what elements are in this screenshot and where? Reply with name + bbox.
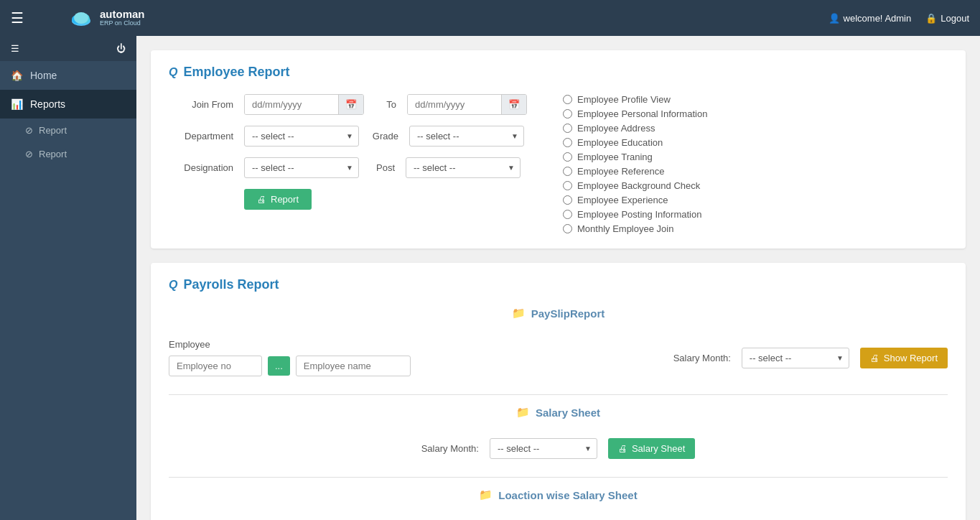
cloud-logo-icon <box>68 5 94 31</box>
employee-name-input[interactable] <box>296 356 411 376</box>
checkbox-personal-info: Employee Personal Information <box>563 108 707 119</box>
employee-search-inputs: ... <box>169 356 411 376</box>
designation-select[interactable]: -- select -- <box>244 157 359 178</box>
payrolls-report-title-text: Payrolls Report <box>183 277 279 292</box>
payslip-form-row: Employee ... Salary Month: -- select -- <box>169 339 948 376</box>
employee-label-row: Employee <box>169 339 411 350</box>
radio-profile-view[interactable] <box>563 95 572 104</box>
checkbox-profile-view: Employee Profile View <box>563 94 707 105</box>
checkbox-reference: Employee Reference <box>563 166 707 177</box>
to-input-group: 📅 <box>407 94 527 115</box>
join-from-label: Join From <box>169 99 233 110</box>
checkbox-address-label: Employee Address <box>577 123 655 134</box>
employee-search-icon: Q <box>169 66 177 79</box>
sidebar-power-icon[interactable]: ⏻ <box>116 43 126 54</box>
radio-personal-info[interactable] <box>563 109 572 119</box>
salary-sheet-print-icon: 🖨 <box>618 443 627 454</box>
hamburger-icon[interactable]: ☰ <box>11 9 24 27</box>
checkbox-experience: Employee Experience <box>563 195 707 205</box>
grade-select[interactable]: -- select -- <box>409 126 524 147</box>
salary-sheet-month-select-wrap: -- select -- <box>490 438 597 459</box>
sidebar: ☰ ⏻ 🏠 Home 📊 Reports ⊘ Report ⊘ Report <box>0 36 136 520</box>
salary-sheet-button[interactable]: 🖨 Salary Sheet <box>608 438 695 459</box>
main-content: Q Employee Report Join From 📅 To 📅 <box>136 36 980 520</box>
user-label: welcome! Admin <box>844 13 912 24</box>
salary-sheet-month-select[interactable]: -- select -- <box>490 438 597 459</box>
checkbox-personal-info-label: Employee Personal Information <box>577 108 707 119</box>
employee-report-checkboxes: Employee Profile View Employee Personal … <box>563 94 707 234</box>
employee-report-form: Join From 📅 To 📅 Department <box>169 94 527 234</box>
salary-sheet-subsection: 📁 Salary Sheet Salary Month: -- select -… <box>169 406 948 459</box>
payslip-show-report-button[interactable]: 🖨 Show Report <box>860 348 948 368</box>
logout-button[interactable]: 🔒 Logout <box>925 13 969 24</box>
top-navbar: ☰ automan ERP on Cloud 👤 welcome! Admin … <box>0 0 980 36</box>
employee-label-text: Employee <box>169 339 210 350</box>
payslip-salary-month-label: Salary Month: <box>673 353 731 363</box>
svg-point-3 <box>74 12 88 24</box>
post-select-wrap: -- select -- <box>406 157 521 178</box>
employee-report-button[interactable]: 🖨 Report <box>244 189 312 210</box>
checkbox-address: Employee Address <box>563 123 707 134</box>
report-button-row: 🖨 Report <box>244 189 527 210</box>
location-wise-title: 📁 Loaction wise Salary Sheet <box>479 488 637 501</box>
checkbox-monthly-join: Monthly Employee Join <box>563 223 707 234</box>
radio-monthly-join[interactable] <box>563 224 572 233</box>
sidebar-item-home[interactable]: 🏠 Home <box>0 61 136 90</box>
sidebar-top-bar: ☰ ⏻ <box>0 36 136 61</box>
post-select[interactable]: -- select -- <box>406 157 521 178</box>
radio-address[interactable] <box>563 124 572 133</box>
designation-select-wrap: -- select -- <box>244 157 359 178</box>
payslip-subsection: 📁 PaySlipReport Employee ... <box>169 307 948 376</box>
lock-icon: 🔒 <box>925 13 937 24</box>
salary-sheet-month-label: Salary Month: <box>421 443 479 454</box>
radio-posting[interactable] <box>563 210 572 219</box>
checkbox-background: Employee Background Check <box>563 180 707 191</box>
reports-icon: 📊 <box>11 98 23 110</box>
checkbox-training-label: Employee Traning <box>577 152 653 162</box>
payslip-salary-month-select[interactable]: -- select -- <box>742 348 849 368</box>
payslip-print-icon: 🖨 <box>870 353 879 363</box>
checkbox-education-label: Employee Education <box>577 137 663 148</box>
employee-browse-button[interactable]: ... <box>268 356 290 376</box>
employee-report-body: Join From 📅 To 📅 Department <box>169 94 948 234</box>
employee-report-title: Q Employee Report <box>169 65 948 80</box>
payslip-salary-month-select-wrap: -- select -- <box>742 348 849 368</box>
radio-training[interactable] <box>563 152 572 162</box>
radio-experience[interactable] <box>563 195 572 205</box>
sidebar-sub-item-report2[interactable]: ⊘ Report <box>0 142 136 166</box>
department-row: Department -- select -- Grade -- select … <box>169 126 527 147</box>
department-select[interactable]: -- select -- <box>244 126 359 147</box>
salary-sheet-folder-icon: 📁 <box>516 406 530 419</box>
logo-area: automan ERP on Cloud <box>68 5 145 31</box>
employee-report-title-text: Employee Report <box>183 65 289 80</box>
grade-label: Grade <box>370 131 398 141</box>
salary-sheet-title: 📁 Salary Sheet <box>516 406 600 419</box>
user-info: 👤 welcome! Admin <box>829 13 912 24</box>
department-label: Department <box>169 131 233 141</box>
employee-no-input[interactable] <box>169 356 262 376</box>
report2-icon: ⊘ <box>25 149 33 159</box>
radio-reference[interactable] <box>563 167 572 176</box>
join-from-input[interactable] <box>245 95 338 114</box>
salary-sheet-title-row: 📁 Salary Sheet <box>169 406 948 430</box>
location-wise-title-row: 📁 Loaction wise Salary Sheet <box>169 488 948 512</box>
location-wise-title-text: Loaction wise Salary Sheet <box>498 489 637 501</box>
sidebar-report1-label: Report <box>39 125 67 136</box>
checkbox-posting-label: Employee Posting Information <box>577 209 701 220</box>
sidebar-menu-icon[interactable]: ☰ <box>11 43 19 54</box>
grade-select-wrap: -- select -- <box>409 126 524 147</box>
radio-background[interactable] <box>563 181 572 190</box>
salary-sheet-form-row: Salary Month: -- select -- 🖨 Salary Shee… <box>169 438 948 459</box>
payrolls-report-card: Q Payrolls Report 📁 PaySlipReport Employ… <box>151 263 966 520</box>
sidebar-sub-item-report1[interactable]: ⊘ Report <box>0 119 136 142</box>
join-from-calendar-icon[interactable]: 📅 <box>338 95 363 114</box>
payrolls-report-title: Q Payrolls Report <box>169 277 948 292</box>
sidebar-item-reports[interactable]: 📊 Reports <box>0 90 136 119</box>
designation-row: Designation -- select -- Post -- select … <box>169 157 527 178</box>
radio-education[interactable] <box>563 138 572 147</box>
to-input[interactable] <box>408 95 501 114</box>
to-calendar-icon[interactable]: 📅 <box>501 95 526 114</box>
checkbox-profile-view-label: Employee Profile View <box>577 94 671 105</box>
payslip-title-text: PaySlipReport <box>531 307 605 320</box>
checkbox-education: Employee Education <box>563 137 707 148</box>
